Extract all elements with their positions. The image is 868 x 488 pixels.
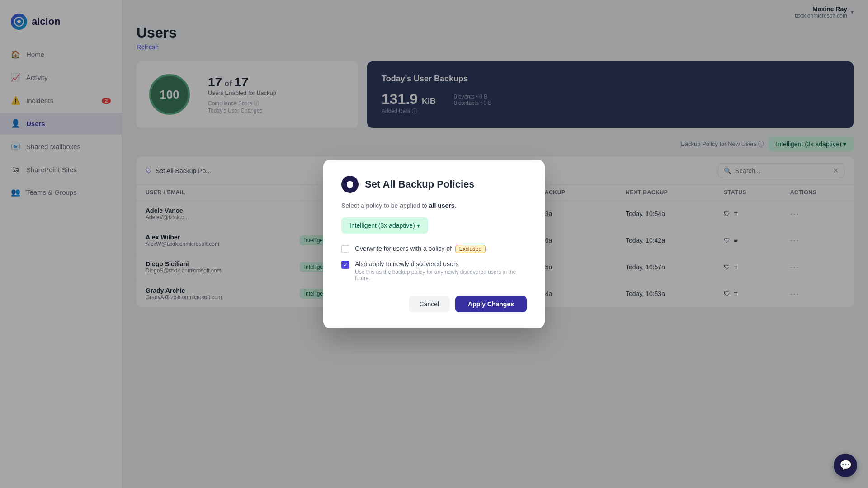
apply-changes-button[interactable]: Apply Changes xyxy=(455,296,527,312)
modal-header: Set All Backup Policies xyxy=(341,176,527,193)
modal-title: Set All Backup Policies xyxy=(365,178,475,190)
set-all-backup-modal: Set All Backup Policies Select a policy … xyxy=(323,160,545,328)
modal-options: Overwrite for users with a policy of Exc… xyxy=(341,244,527,282)
apply-new-checkbox[interactable]: ✓ xyxy=(341,261,349,269)
overwrite-label: Overwrite for users with a policy of Exc… xyxy=(355,245,486,252)
apply-new-sub: Use this as the backup policy for any ne… xyxy=(355,269,527,282)
apply-new-option-row: ✓ Also apply to newly discovered users U… xyxy=(341,260,527,282)
apply-new-label: Also apply to newly discovered users xyxy=(355,260,527,267)
overwrite-option-row: Overwrite for users with a policy of Exc… xyxy=(341,244,527,253)
cancel-button[interactable]: Cancel xyxy=(409,296,450,312)
excluded-badge: Excluded xyxy=(455,245,486,253)
modal-overlay: Set All Backup Policies Select a policy … xyxy=(0,0,868,488)
modal-actions: Cancel Apply Changes xyxy=(341,296,527,312)
modal-policy-select-button[interactable]: Intelligent (3x adaptive) ▾ xyxy=(341,217,428,234)
overwrite-checkbox[interactable] xyxy=(341,245,349,253)
modal-description: Select a policy to be applied to all use… xyxy=(341,202,527,209)
modal-shield-icon xyxy=(341,176,359,193)
chat-icon: 💬 xyxy=(840,460,852,471)
chat-button[interactable]: 💬 xyxy=(834,454,857,477)
